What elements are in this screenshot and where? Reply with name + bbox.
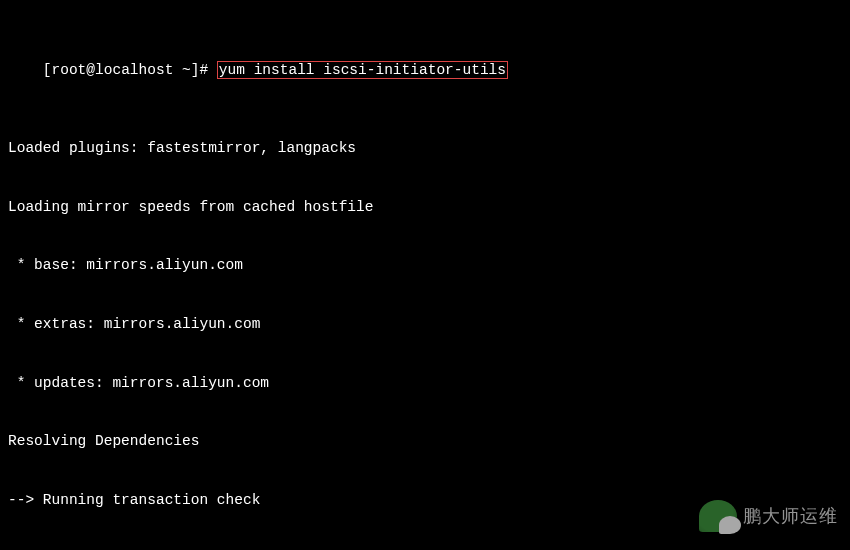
output-line: * updates: mirrors.aliyun.com	[8, 374, 842, 394]
output-line: Loaded plugins: fastestmirror, langpacks	[8, 139, 842, 159]
watermark-text: 鹏大师运维	[743, 504, 838, 528]
shell-prompt: [root@localhost ~]#	[43, 62, 217, 78]
terminal-output[interactable]: [root@localhost ~]# yum install iscsi-in…	[8, 2, 842, 550]
output-line: * extras: mirrors.aliyun.com	[8, 315, 842, 335]
watermark: 鹏大师运维	[699, 500, 838, 532]
output-line: * base: mirrors.aliyun.com	[8, 256, 842, 276]
wechat-icon	[699, 500, 737, 532]
output-line: Resolving Dependencies	[8, 432, 842, 452]
command-highlight: yum install iscsi-initiator-utils	[217, 61, 508, 79]
output-line: Loading mirror speeds from cached hostfi…	[8, 198, 842, 218]
